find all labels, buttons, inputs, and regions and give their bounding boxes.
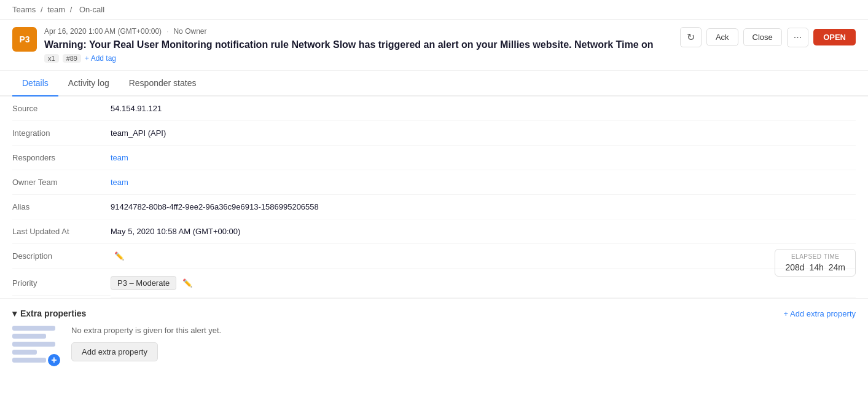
breadcrumb-teams[interactable]: Teams (12, 5, 36, 14)
priority-badge: P3 (12, 27, 37, 52)
tab-responder-states[interactable]: Responder states (119, 71, 206, 96)
refresh-icon: ↻ (687, 32, 695, 42)
owner-team-label: Owner Team (12, 170, 111, 195)
alias-value: 91424782-80b8-4ff2-9ee2-96a36c9e6913-158… (111, 195, 856, 219)
alert-meta: Apr 16, 2020 1:00 AM (GMT+00:00) · No Ow… (44, 27, 673, 63)
illustration-plus-icon: + (48, 354, 60, 366)
owner-team-link[interactable]: team (111, 178, 128, 187)
elapsed-time-label: ELAPSED TIME (784, 253, 846, 260)
more-icon: ··· (794, 32, 802, 42)
priority-tag: P3 – Moderate (111, 276, 176, 290)
alert-title: Warning: Your Real User Monitoring notif… (44, 38, 673, 52)
priority-edit-icon[interactable]: ✏️ (182, 278, 192, 288)
source-value: 54.154.91.121 (111, 96, 856, 121)
elapsed-minutes: 24m (829, 262, 845, 272)
tab-details[interactable]: Details (12, 71, 58, 96)
integration-value: team_API (API) (111, 121, 856, 146)
responders-value: team (111, 146, 856, 170)
last-updated-value: May 5, 2020 10:58 AM (GMT+00:00) (111, 219, 856, 244)
elapsed-days: 208d (785, 262, 804, 272)
integration-label: Integration (12, 121, 111, 146)
priority-label: Priority (12, 271, 111, 296)
breadcrumb-oncall: On-call (79, 5, 104, 14)
extra-properties-illustration: + (12, 326, 61, 363)
responders-label: Responders (12, 146, 111, 170)
last-updated-label: Last Updated At (12, 219, 111, 244)
collapse-icon[interactable]: ▾ (12, 309, 17, 318)
add-tag-link[interactable]: + Add tag (85, 54, 116, 63)
add-extra-property-link[interactable]: + Add extra property (784, 309, 856, 318)
owner-team-value: team (111, 170, 856, 195)
detail-grid: Source 54.154.91.121 Integration team_AP… (12, 96, 856, 298)
more-options-button[interactable]: ··· (787, 28, 808, 47)
details-section: Source 54.154.91.121 Integration team_AP… (0, 96, 868, 298)
alert-header: P3 Apr 16, 2020 1:00 AM (GMT+00:00) · No… (0, 20, 868, 71)
responders-link[interactable]: team (111, 153, 128, 162)
alert-badge-id: #89 (63, 54, 81, 63)
description-value: ✏️ (111, 244, 856, 269)
extra-properties-section: ▾ Extra properties + Add extra property … (0, 298, 868, 372)
tab-activity-log[interactable]: Activity log (58, 71, 119, 96)
elapsed-hours: 14h (810, 262, 824, 272)
alert-owner: No Owner (173, 27, 206, 36)
close-button[interactable]: Close (743, 28, 782, 46)
tabs-bar: Details Activity log Responder states (0, 71, 868, 96)
extra-properties-title: Extra properties (20, 309, 86, 318)
header-actions: ↻ Ack Close ··· OPEN (680, 27, 856, 47)
source-label: Source (12, 96, 111, 121)
alert-datetime: Apr 16, 2020 1:00 AM (GMT+00:00) (44, 27, 162, 36)
breadcrumb: Teams / team / On-call (0, 0, 868, 20)
elapsed-time-box: ELAPSED TIME 208d 14h 24m (775, 249, 856, 277)
description-edit-icon[interactable]: ✏️ (114, 251, 124, 261)
breadcrumb-team[interactable]: team (47, 5, 65, 14)
content-area: ELAPSED TIME 208d 14h 24m Source 54.154.… (0, 96, 868, 372)
refresh-button[interactable]: ↻ (680, 27, 702, 47)
add-extra-property-button[interactable]: Add extra property (71, 342, 158, 361)
open-button[interactable]: OPEN (813, 29, 856, 45)
priority-value: P3 – Moderate ✏️ (111, 269, 856, 298)
alert-badge-x1: x1 (44, 54, 59, 63)
ack-button[interactable]: Ack (706, 28, 738, 46)
description-label: Description (12, 244, 111, 269)
no-extra-property-text: No extra property is given for this aler… (71, 326, 856, 335)
alias-label: Alias (12, 195, 111, 219)
